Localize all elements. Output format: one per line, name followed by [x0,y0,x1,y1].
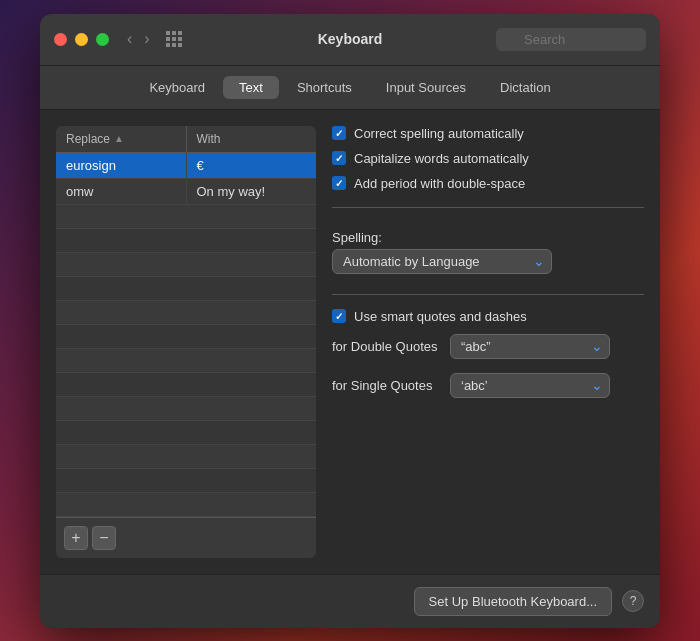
smart-quotes-checkbox[interactable]: ✓ [332,309,346,323]
tab-shortcuts[interactable]: Shortcuts [281,76,368,99]
table-row[interactable]: omw On my way! [56,179,316,205]
back-button[interactable]: ‹ [123,29,136,49]
empty-row [56,253,316,277]
empty-row [56,205,316,229]
dropdown-arrow-icon: ⌄ [591,377,603,393]
single-quotes-value: ‘abc’ [461,378,488,393]
empty-rows [56,205,316,517]
spelling-section: Spelling: Automatic by Language ⌄ [332,222,644,280]
spelling-dropdown[interactable]: Automatic by Language ⌄ [332,249,552,274]
single-quotes-dropdown[interactable]: ‘abc’ ⌄ [450,373,610,398]
window-title: Keyboard [318,31,383,47]
correct-spelling-label: Correct spelling automatically [354,126,524,141]
smart-quotes-label: Use smart quotes and dashes [354,309,527,324]
dropdown-arrow-icon: ⌄ [533,253,545,269]
add-period-checkbox[interactable]: ✓ [332,176,346,190]
empty-row [56,373,316,397]
setup-bluetooth-button[interactable]: Set Up Bluetooth Keyboard... [414,587,612,616]
empty-row [56,469,316,493]
table-body: eurosign € omw On my way! [56,153,316,517]
capitalize-words-label: Capitalize words automatically [354,151,529,166]
forward-button[interactable]: › [140,29,153,49]
tab-input-sources[interactable]: Input Sources [370,76,482,99]
table-footer: + − [56,517,316,558]
search-wrapper: 🔍 [496,28,646,51]
double-quotes-row: for Double Quotes “abc” ⌄ [332,334,644,359]
single-quotes-row: for Single Quotes ‘abc’ ⌄ [332,373,644,398]
spelling-dropdown-row: Automatic by Language ⌄ [332,249,644,274]
help-button[interactable]: ? [622,590,644,612]
grid-icon [166,31,182,47]
replace-column-header: Replace ▲ [56,126,187,152]
with-cell: On my way! [187,179,317,204]
close-button[interactable] [54,33,67,46]
empty-row [56,349,316,373]
add-replacement-button[interactable]: + [64,526,88,550]
sort-arrow-icon: ▲ [114,133,124,144]
content: Replace ▲ With eurosign € omw On my way! [40,110,660,574]
window: ‹ › Keyboard 🔍 Keyboard Text Shortcuts I… [40,14,660,628]
traffic-lights [54,33,109,46]
empty-row [56,493,316,517]
double-quotes-dropdown[interactable]: “abc” ⌄ [450,334,610,359]
dropdown-arrow-icon: ⌄ [591,338,603,354]
correct-spelling-row: ✓ Correct spelling automatically [332,126,644,141]
grid-button[interactable] [162,29,186,49]
add-period-label: Add period with double-space [354,176,525,191]
double-quotes-label: for Double Quotes [332,339,442,354]
titlebar: ‹ › Keyboard 🔍 [40,14,660,66]
spelling-value: Automatic by Language [343,254,480,269]
empty-row [56,325,316,349]
empty-row [56,397,316,421]
smart-quotes-row: ✓ Use smart quotes and dashes [332,309,644,324]
check-icon: ✓ [335,128,343,139]
replace-cell: omw [56,179,187,204]
with-cell: € [187,153,317,178]
empty-row [56,301,316,325]
correct-spelling-checkbox[interactable]: ✓ [332,126,346,140]
table-row[interactable]: eurosign € [56,153,316,179]
nav-buttons: ‹ › [123,29,154,49]
empty-row [56,421,316,445]
remove-replacement-button[interactable]: − [92,526,116,550]
maximize-button[interactable] [96,33,109,46]
tabs-bar: Keyboard Text Shortcuts Input Sources Di… [40,66,660,110]
check-icon: ✓ [335,311,343,322]
tab-text[interactable]: Text [223,76,279,99]
replace-cell: eurosign [56,153,187,178]
double-quotes-value: “abc” [461,339,491,354]
options-panel: ✓ Correct spelling automatically ✓ Capit… [332,126,644,558]
capitalize-words-row: ✓ Capitalize words automatically [332,151,644,166]
tab-dictation[interactable]: Dictation [484,76,567,99]
single-quotes-label: for Single Quotes [332,378,442,393]
check-icon: ✓ [335,178,343,189]
add-period-row: ✓ Add period with double-space [332,176,644,191]
search-input[interactable] [496,28,646,51]
empty-row [56,445,316,469]
capitalize-words-checkbox[interactable]: ✓ [332,151,346,165]
bottom-bar: Set Up Bluetooth Keyboard... ? [40,574,660,628]
empty-row [56,229,316,253]
with-column-header: With [187,126,317,152]
minimize-button[interactable] [75,33,88,46]
table-header: Replace ▲ With [56,126,316,153]
tab-keyboard[interactable]: Keyboard [133,76,221,99]
empty-row [56,277,316,301]
divider [332,207,644,208]
divider [332,294,644,295]
text-replacement-table: Replace ▲ With eurosign € omw On my way! [56,126,316,558]
spelling-section-label: Spelling: [332,230,644,245]
check-icon: ✓ [335,153,343,164]
